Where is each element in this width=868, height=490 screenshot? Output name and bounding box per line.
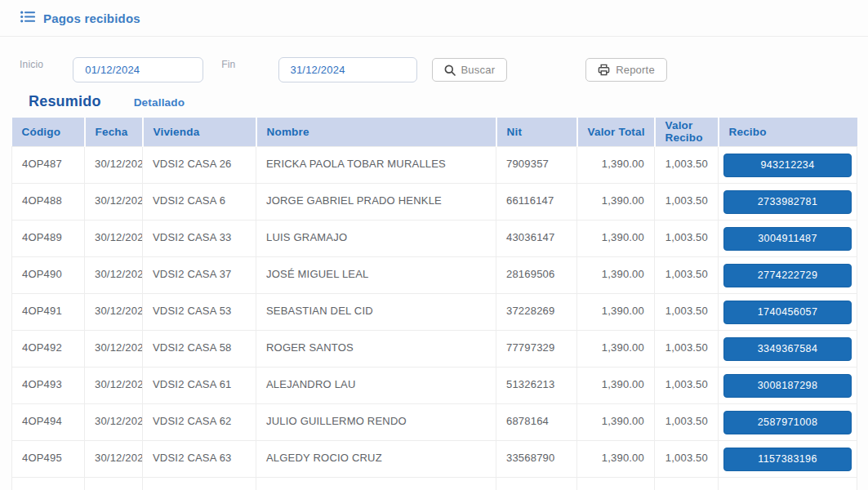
recibo-button[interactable]: 3008187298 xyxy=(723,374,852,398)
cell-valor_total: 1,390.00 xyxy=(577,367,655,403)
cell-recibo: 1740456057 xyxy=(719,293,857,330)
recibo-button[interactable]: 943212234 xyxy=(723,154,852,177)
column-header-5: Valor Total xyxy=(577,118,655,146)
cell-empty xyxy=(577,477,655,490)
cell-codigo: 4OP491 xyxy=(12,293,85,330)
cell-vivienda: VDSI2 CASA 33 xyxy=(143,220,256,256)
cell-recibo: 2587971008 xyxy=(719,403,857,440)
cell-nit: 37228269 xyxy=(496,293,577,330)
cell-nombre: JORGE GABRIEL PRADO HENKLE xyxy=(256,183,496,220)
payments-table-container: CódigoFechaViviendaNombreNitValor TotalV… xyxy=(11,118,857,490)
buscar-button[interactable]: Buscar xyxy=(432,58,508,82)
cell-fecha: 30/12/2024 xyxy=(85,146,143,183)
cell-empty xyxy=(12,477,85,490)
cell-vivienda: VDSI2 CASA 37 xyxy=(143,256,256,293)
cell-nit: 28169506 xyxy=(496,256,577,293)
inicio-date-input[interactable] xyxy=(73,57,203,82)
table-row: 4OP48830/12/2024VDSI2 CASA 6JORGE GABRIE… xyxy=(12,183,857,220)
cell-valor_total: 1,390.00 xyxy=(577,440,655,477)
cell-fecha: 30/12/2024 xyxy=(85,293,143,330)
tab-detallado[interactable]: Detallado xyxy=(134,96,185,109)
cell-codigo: 4OP487 xyxy=(12,146,85,183)
column-header-7: Recibo xyxy=(719,118,857,146)
table-row-partial xyxy=(12,477,857,490)
cell-nombre: ALGEDY ROCIO CRUZ xyxy=(256,440,496,477)
printer-icon xyxy=(598,64,610,76)
cell-valor_recibo: 1,003.50 xyxy=(655,293,719,330)
cell-nit: 66116147 xyxy=(496,183,577,220)
cell-valor_recibo: 1,003.50 xyxy=(655,440,719,477)
cell-valor_total: 1,390.00 xyxy=(577,403,655,440)
table-row: 4OP48730/12/2024VDSI2 CASA 26ERICKA PAOL… xyxy=(12,146,857,183)
inicio-label: Inicio xyxy=(20,59,43,70)
recibo-button[interactable]: 1157383196 xyxy=(723,448,852,471)
tab-resumido[interactable]: Resumido xyxy=(29,93,101,110)
cell-valor_total: 1,390.00 xyxy=(577,220,655,256)
cell-nombre: JOSÉ MIGUEL LEAL xyxy=(256,256,496,293)
column-header-1: Fecha xyxy=(85,118,143,146)
cell-fecha: 30/12/2024 xyxy=(85,220,143,256)
cell-empty xyxy=(256,477,496,490)
fin-date-input[interactable] xyxy=(278,57,417,82)
page-title: Pagos recibidos xyxy=(43,11,140,25)
cell-nombre: ALEJANDRO LAU xyxy=(256,367,496,403)
cell-recibo: 943212234 xyxy=(719,146,857,183)
cell-fecha: 30/12/2024 xyxy=(85,403,143,440)
recibo-button[interactable]: 1740456057 xyxy=(723,301,852,324)
fin-label: Fin xyxy=(221,59,235,70)
cell-valor_recibo: 1,003.50 xyxy=(655,330,719,367)
cell-valor_total: 1,390.00 xyxy=(577,256,655,293)
cell-vivienda: VDSI2 CASA 63 xyxy=(143,440,256,477)
cell-nit: 7909357 xyxy=(496,146,577,183)
cell-vivienda: VDSI2 CASA 62 xyxy=(143,403,256,440)
view-tabs: Resumido Detallado xyxy=(0,93,868,110)
cell-valor_total: 1,390.00 xyxy=(577,146,655,183)
cell-empty xyxy=(496,477,577,490)
cell-vivienda: VDSI2 CASA 58 xyxy=(143,330,256,367)
cell-empty xyxy=(719,477,857,490)
filter-bar: Inicio Fin Buscar Reporte xyxy=(0,37,868,82)
recibo-button[interactable]: 2733982781 xyxy=(723,190,852,214)
cell-valor_recibo: 1,003.50 xyxy=(655,183,719,220)
cell-fecha: 30/12/2024 xyxy=(85,367,143,403)
cell-codigo: 4OP490 xyxy=(12,256,85,293)
cell-nombre: LUIS GRAMAJO xyxy=(256,220,496,256)
recibo-button[interactable]: 3004911487 xyxy=(723,227,852,251)
buscar-button-label: Buscar xyxy=(461,64,496,76)
table-body: 4OP48730/12/2024VDSI2 CASA 26ERICKA PAOL… xyxy=(12,146,857,490)
cell-fecha: 30/12/2024 xyxy=(85,256,143,293)
cell-valor_total: 1,390.00 xyxy=(577,330,655,367)
cell-vivienda: VDSI2 CASA 6 xyxy=(143,183,256,220)
reporte-button-label: Reporte xyxy=(616,64,655,76)
cell-nit: 6878164 xyxy=(496,403,577,440)
cell-valor_total: 1,390.00 xyxy=(577,183,655,220)
cell-vivienda: VDSI2 CASA 61 xyxy=(143,367,256,403)
column-header-2: Vivienda xyxy=(143,118,256,146)
cell-recibo: 2774222729 xyxy=(719,256,857,293)
cell-recibo: 3349367584 xyxy=(719,330,857,367)
cell-recibo: 2733982781 xyxy=(719,183,857,220)
cell-codigo: 4OP493 xyxy=(12,367,85,403)
cell-valor_recibo: 1,003.50 xyxy=(655,403,719,440)
column-header-3: Nombre xyxy=(256,118,496,146)
cell-empty xyxy=(655,477,719,490)
reporte-button[interactable]: Reporte xyxy=(585,58,667,82)
cell-codigo: 4OP495 xyxy=(12,440,85,477)
column-header-6: Valor Recibo xyxy=(655,118,719,146)
table-row: 4OP49530/12/2024VDSI2 CASA 63ALGEDY ROCI… xyxy=(12,440,857,477)
cell-codigo: 4OP494 xyxy=(12,403,85,440)
cell-vivienda: VDSI2 CASA 53 xyxy=(143,293,256,330)
recibo-button[interactable]: 2774222729 xyxy=(723,264,852,287)
search-icon xyxy=(444,65,456,76)
table-row: 4OP49430/12/2024VDSI2 CASA 62JULIO GUILL… xyxy=(12,403,857,440)
cell-valor_recibo: 1,003.50 xyxy=(655,367,719,403)
table-row: 4OP49130/12/2024VDSI2 CASA 53SEBASTIAN D… xyxy=(12,293,857,330)
column-header-4: Nit xyxy=(496,118,577,146)
table-header-row: CódigoFechaViviendaNombreNitValor TotalV… xyxy=(12,118,857,146)
cell-recibo: 3004911487 xyxy=(719,220,857,256)
column-header-0: Código xyxy=(12,118,85,146)
recibo-button[interactable]: 2587971008 xyxy=(723,411,852,434)
top-bar: Pagos recibidos xyxy=(0,0,868,37)
recibo-button[interactable]: 3349367584 xyxy=(723,337,852,361)
cell-fecha: 30/12/2024 xyxy=(85,330,143,367)
